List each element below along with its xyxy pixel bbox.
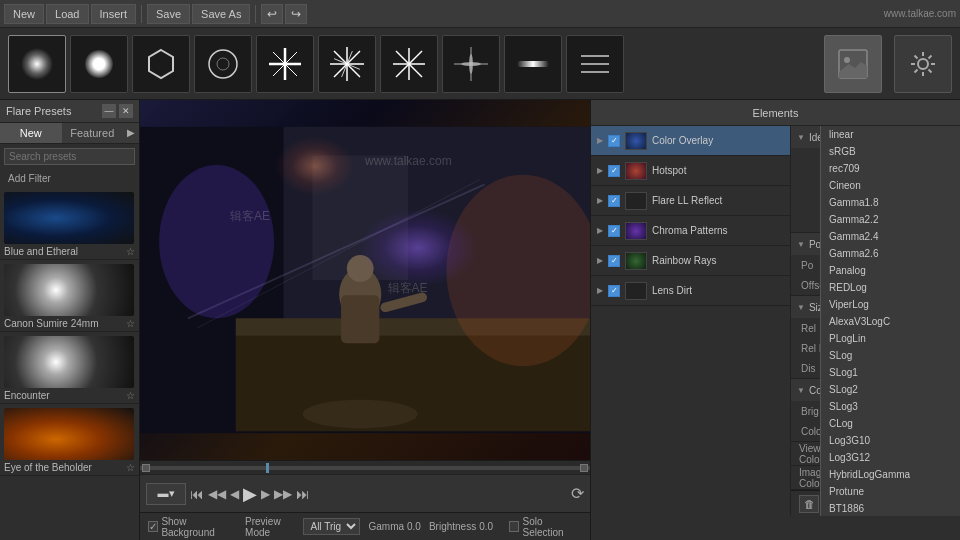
star-icon[interactable]: ☆ [126, 318, 135, 329]
save-as-button[interactable]: Save As [192, 4, 250, 24]
brush-star4[interactable] [256, 35, 314, 93]
preset-item[interactable]: Canon Sumire 24mm ☆ [0, 260, 139, 332]
timeline-bar-container[interactable] [140, 460, 590, 474]
dropdown-item[interactable]: SLog1 [821, 364, 960, 381]
brush-ring[interactable] [194, 35, 252, 93]
dropdown-item[interactable]: SLog2 [821, 381, 960, 398]
gear-icon [907, 48, 939, 80]
element-row[interactable]: ▶ ✓ Color Overlay [591, 126, 790, 156]
identity-chevron: ▼ [797, 133, 805, 142]
element-checkbox[interactable]: ✓ [608, 285, 620, 297]
element-row[interactable]: ▶ ✓ Chroma Patterns [591, 216, 790, 246]
gamma-value: 0.0 [407, 521, 421, 532]
show-bg-checkbox[interactable]: ✓ [148, 521, 158, 532]
header-icons: — ✕ [102, 104, 133, 118]
element-row[interactable]: ▶ ✓ Hotspot [591, 156, 790, 186]
timeline-left-handle[interactable] [142, 464, 150, 472]
search-input[interactable] [4, 148, 135, 165]
dropdown-item[interactable]: BT1886 [821, 500, 960, 516]
dropdown-item[interactable]: Gamma2.6 [821, 245, 960, 262]
dropdown-item[interactable]: REDLog [821, 279, 960, 296]
dropdown-item[interactable]: AlexaV3LogC [821, 313, 960, 330]
star-icon[interactable]: ☆ [126, 390, 135, 401]
dropdown-item[interactable]: PLogLin [821, 330, 960, 347]
elements-list: ▶ ✓ Color Overlay ▶ ✓ Hotspot ▶ ✓ Flare … [591, 126, 791, 516]
redo-button[interactable]: ↪ [285, 4, 307, 24]
tab-new[interactable]: New [0, 123, 62, 143]
element-checkbox[interactable]: ✓ [608, 135, 620, 147]
delete-button[interactable]: 🗑 [799, 495, 819, 513]
preset-item[interactable]: Encounter ☆ [0, 332, 139, 404]
dropdown-item[interactable]: Log3G12 [821, 449, 960, 466]
step-forward-button[interactable]: ▶ [261, 487, 270, 501]
dropdown-item[interactable]: Gamma2.4 [821, 228, 960, 245]
presets-minimize-button[interactable]: — [102, 104, 116, 118]
dropdown-item[interactable]: Panalog [821, 262, 960, 279]
star-icon[interactable]: ☆ [126, 246, 135, 257]
settings-button[interactable] [894, 35, 952, 93]
svg-line-35 [929, 69, 932, 72]
dropdown-item[interactable]: Cineon [821, 177, 960, 194]
new-button[interactable]: New [4, 4, 44, 24]
dropdown-item[interactable]: rec709 [821, 160, 960, 177]
presets-close-button[interactable]: ✕ [119, 104, 133, 118]
gamma-label: Gamma [368, 521, 404, 532]
brush-soft-circle[interactable] [8, 35, 66, 93]
flare-cross-icon [453, 46, 489, 82]
dropdown-item[interactable]: Log3G10 [821, 432, 960, 449]
element-row[interactable]: ▶ ✓ Rainbow Rays [591, 246, 790, 276]
skip-start-button[interactable]: ⏮ [190, 486, 204, 502]
preview-mode-select[interactable]: All Trig [303, 518, 360, 535]
prev-frame-button[interactable]: ◀◀ [208, 487, 226, 501]
brush-asterisk[interactable] [380, 35, 438, 93]
brush-lines[interactable] [566, 35, 624, 93]
element-name-label: Hotspot [652, 165, 784, 176]
step-back-button[interactable]: ◀ [230, 487, 239, 501]
load-button[interactable]: Load [46, 4, 88, 24]
preset-item[interactable]: Eye of the Beholder ☆ [0, 404, 139, 476]
undo-button[interactable]: ↩ [261, 4, 283, 24]
play-button[interactable]: ▶ [243, 483, 257, 505]
dropdown-item[interactable]: Gamma2.2 [821, 211, 960, 228]
preset-item[interactable]: Blue and Etheral ☆ [0, 188, 139, 260]
dropdown-item[interactable]: SLog [821, 347, 960, 364]
dropdown-item[interactable]: HybridLogGamma [821, 466, 960, 483]
star-icon[interactable]: ☆ [126, 462, 135, 473]
element-checkbox[interactable]: ✓ [608, 225, 620, 237]
add-filter-button[interactable]: Add Filter [4, 171, 135, 186]
solo-label: Solo Selection [522, 516, 582, 538]
next-frame-button[interactable]: ▶▶ [274, 487, 292, 501]
preview-image-button[interactable] [824, 35, 882, 93]
dropdown-item[interactable]: CLog [821, 415, 960, 432]
dropdown-item[interactable]: SLog3 [821, 398, 960, 415]
preview-canvas[interactable]: 辑客AE 辑客AE www.talkae.com [140, 100, 590, 460]
dropdown-item[interactable]: ViperLog [821, 296, 960, 313]
preset-thumbnail [4, 264, 134, 316]
solo-checkbox[interactable] [509, 521, 519, 532]
element-row[interactable]: ▶ ✓ Lens Dirt [591, 276, 790, 306]
timeline-playhead[interactable] [266, 463, 269, 473]
element-row[interactable]: ▶ ✓ Flare LL Reflect [591, 186, 790, 216]
element-checkbox[interactable]: ✓ [608, 195, 620, 207]
presets-scroll-right[interactable]: ▶ [123, 123, 139, 143]
element-checkbox[interactable]: ✓ [608, 165, 620, 177]
brush-streak[interactable] [504, 35, 562, 93]
insert-button[interactable]: Insert [91, 4, 137, 24]
element-checkbox[interactable]: ✓ [608, 255, 620, 267]
brush-hard-circle[interactable] [70, 35, 128, 93]
timeline-right-handle[interactable] [580, 464, 588, 472]
brush-hexagon[interactable] [132, 35, 190, 93]
brush-star8[interactable] [318, 35, 376, 93]
skip-end-button[interactable]: ⏭ [296, 486, 310, 502]
brush-flare-cross[interactable] [442, 35, 500, 93]
dropdown-item[interactable]: sRGB [821, 143, 960, 160]
svg-point-44 [347, 255, 374, 282]
save-button[interactable]: Save [147, 4, 190, 24]
dropdown-item[interactable]: linear [821, 126, 960, 143]
preset-name-label: Eye of the Beholder [4, 462, 92, 473]
dropdown-item[interactable]: Protune [821, 483, 960, 500]
tab-featured[interactable]: Featured [62, 123, 124, 143]
loop-button[interactable]: ⟳ [571, 484, 584, 503]
frame-display[interactable]: ▬▾ [146, 483, 186, 505]
dropdown-item[interactable]: Gamma1.8 [821, 194, 960, 211]
